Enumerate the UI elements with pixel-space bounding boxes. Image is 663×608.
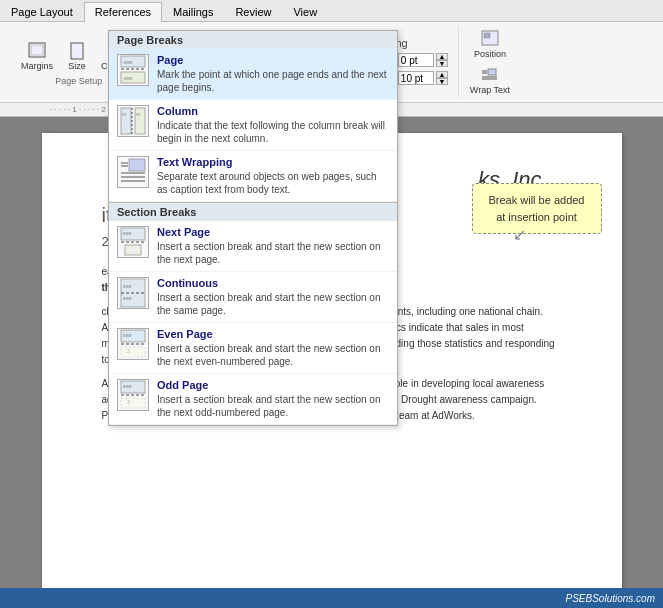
spacing-before-up[interactable]: ▲ xyxy=(436,53,448,60)
margins-icon xyxy=(25,41,49,61)
spacing-after-input[interactable] xyxy=(398,71,434,85)
spacing-after-spinner[interactable]: ▲ ▼ xyxy=(436,71,448,85)
spacing-before-spinner[interactable]: ▲ ▼ xyxy=(436,53,448,67)
text-wrapping-desc: Separate text around objects on web page… xyxy=(157,170,389,196)
size-button[interactable]: Size xyxy=(60,38,94,74)
spacing-after-up[interactable]: ▲ xyxy=(436,71,448,78)
page-breaks-section-label: Page Breaks xyxy=(109,31,397,49)
wrap-text-label: Wrap Text xyxy=(470,85,510,95)
svg-text:≡≡≡: ≡≡≡ xyxy=(123,332,132,338)
column-break-text: Column Indicate that the text following … xyxy=(157,105,389,145)
odd-page-text: Odd Page Insert a section break and star… xyxy=(157,379,389,419)
tab-mailings[interactable]: Mailings xyxy=(162,2,224,21)
svg-rect-12 xyxy=(488,69,496,75)
ribbon-tab-bar: Page Layout References Mailings Review V… xyxy=(0,0,663,22)
spacing-after-down[interactable]: ▼ xyxy=(436,78,448,85)
size-icon xyxy=(65,41,89,61)
margins-button[interactable]: Margins xyxy=(16,38,58,74)
column-break-title: Column xyxy=(157,105,389,117)
svg-text:≡≡: ≡≡ xyxy=(122,112,127,117)
svg-text:≡≡≡: ≡≡≡ xyxy=(123,230,132,236)
spacing-before-down[interactable]: ▼ xyxy=(436,60,448,67)
svg-text:2: 2 xyxy=(127,348,130,354)
next-page-desc: Insert a section break and start the new… xyxy=(157,240,389,266)
spacing-before-input[interactable] xyxy=(398,53,434,67)
wrap-text-icon xyxy=(478,65,502,85)
svg-text:≡≡: ≡≡ xyxy=(136,112,141,117)
svg-text:≡≡≡: ≡≡≡ xyxy=(123,383,132,389)
bottom-bar: PSEBSolutions.com xyxy=(0,588,663,608)
svg-rect-27 xyxy=(129,159,145,171)
tab-page-layout[interactable]: Page Layout xyxy=(0,2,84,21)
page-break-title: Page xyxy=(157,54,389,66)
svg-rect-11 xyxy=(484,33,490,38)
odd-page-desc: Insert a section break and start the new… xyxy=(157,393,389,419)
continuous-item[interactable]: ≡≡≡ ≡≡≡ Continuous Insert a section brea… xyxy=(109,272,397,323)
even-page-title: Even Page xyxy=(157,328,389,340)
odd-page-title: Odd Page xyxy=(157,379,389,391)
tab-references[interactable]: References xyxy=(84,2,162,22)
wrap-text-button[interactable]: Wrap Text xyxy=(465,62,515,98)
tooltip-arrow: ↙ xyxy=(513,223,526,247)
page-break-item[interactable]: ≡≡≡ ≡≡≡ Page Mark the point at which one… xyxy=(109,49,397,100)
text-wrapping-icon xyxy=(117,156,149,188)
next-page-title: Next Page xyxy=(157,226,389,238)
arrange-group: Position Wrap Text xyxy=(458,26,521,98)
continuous-title: Continuous xyxy=(157,277,389,289)
svg-text:≡≡≡: ≡≡≡ xyxy=(123,295,132,301)
svg-text:≡≡≡: ≡≡≡ xyxy=(124,59,133,65)
tooltip-text: Break will be added at insertion point xyxy=(488,194,584,223)
odd-page-item[interactable]: ≡≡≡ 3 Odd Page Insert a section break an… xyxy=(109,374,397,425)
text-wrapping-title: Text Wrapping xyxy=(157,156,389,168)
next-page-icon: ≡≡≡ xyxy=(117,226,149,258)
svg-rect-43 xyxy=(121,347,145,357)
section-breaks-label: Section Breaks xyxy=(109,202,397,221)
tooltip-callout: Break will be added at insertion point ↙ xyxy=(472,183,602,234)
size-label: Size xyxy=(68,61,86,71)
text-wrapping-item[interactable]: Text Wrapping Separate text around objec… xyxy=(109,151,397,202)
text-wrapping-text: Text Wrapping Separate text around objec… xyxy=(157,156,389,196)
next-page-item[interactable]: ≡≡≡ Next Page Insert a section break and… xyxy=(109,221,397,272)
continuous-text: Continuous Insert a section break and st… xyxy=(157,277,389,317)
svg-rect-1 xyxy=(31,45,43,55)
column-break-item[interactable]: ≡≡ ≡≡ Column Indicate that the text foll… xyxy=(109,100,397,151)
tab-review[interactable]: Review xyxy=(224,2,282,21)
svg-text:3: 3 xyxy=(127,399,130,405)
odd-page-icon: ≡≡≡ 3 xyxy=(117,379,149,411)
bottom-bar-text: PSEBSolutions.com xyxy=(566,593,656,604)
even-page-item[interactable]: ≡≡≡ 2 Even Page Insert a section break a… xyxy=(109,323,397,374)
even-page-desc: Insert a section break and start the new… xyxy=(157,342,389,368)
page-break-text: Page Mark the point at which one page en… xyxy=(157,54,389,94)
page-break-desc: Mark the point at which one page ends an… xyxy=(157,68,389,94)
continuous-icon: ≡≡≡ ≡≡≡ xyxy=(117,277,149,309)
position-icon xyxy=(478,29,502,49)
svg-rect-3 xyxy=(72,44,82,58)
column-break-icon: ≡≡ ≡≡ xyxy=(117,105,149,137)
even-page-text: Even Page Insert a section break and sta… xyxy=(157,328,389,368)
page-break-icon: ≡≡≡ ≡≡≡ xyxy=(117,54,149,86)
breaks-dropdown: Page Breaks ≡≡≡ ≡≡≡ Page Mark the point … xyxy=(108,30,398,426)
position-button[interactable]: Position xyxy=(469,26,511,62)
position-label: Position xyxy=(474,49,506,59)
page-setup-label: Page Setup xyxy=(55,76,102,86)
column-break-desc: Indicate that the text following the col… xyxy=(157,119,389,145)
tab-view[interactable]: View xyxy=(282,2,328,21)
even-page-icon: ≡≡≡ 2 xyxy=(117,328,149,360)
svg-text:≡≡≡: ≡≡≡ xyxy=(123,283,132,289)
next-page-text: Next Page Insert a section break and sta… xyxy=(157,226,389,266)
svg-rect-35 xyxy=(125,245,141,255)
svg-text:≡≡≡: ≡≡≡ xyxy=(124,75,133,81)
svg-rect-48 xyxy=(121,398,145,408)
margins-label: Margins xyxy=(21,61,53,71)
continuous-desc: Insert a section break and start the new… xyxy=(157,291,389,317)
